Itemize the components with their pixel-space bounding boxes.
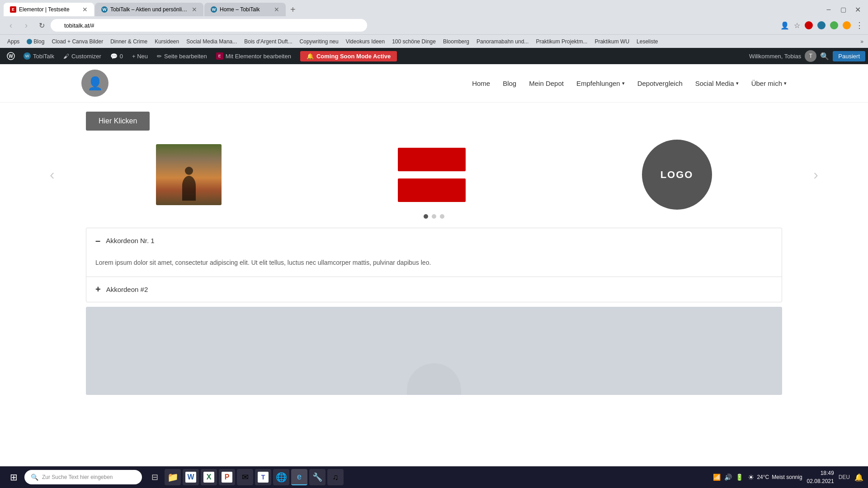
tab-home-tobitalk[interactable]: W Home – TobiTalk ✕ bbox=[204, 3, 286, 16]
extension-icon-4[interactable] bbox=[843, 21, 851, 29]
maximize-button[interactable]: ▢ bbox=[836, 3, 850, 16]
gray-section bbox=[86, 307, 782, 395]
bookmarks-more[interactable]: » bbox=[860, 38, 863, 45]
extension-icon-3[interactable] bbox=[830, 21, 838, 29]
reload-button[interactable]: ↻ bbox=[35, 19, 48, 32]
forward-button[interactable]: › bbox=[20, 19, 33, 32]
slider-next-button[interactable]: › bbox=[809, 162, 823, 188]
wp-avatar[interactable]: T bbox=[805, 50, 816, 62]
bookmark-social[interactable]: Social Media Mana... bbox=[184, 38, 240, 46]
menu-button[interactable]: ⋮ bbox=[855, 20, 863, 30]
bookmark-panorama[interactable]: Panoramabahn und... bbox=[474, 38, 531, 46]
nav-mein-depot[interactable]: Mein Depot bbox=[529, 80, 564, 87]
bookmark-blog[interactable]: Blog bbox=[24, 38, 47, 46]
accordion-header-2[interactable]: + Akkordeon #2 bbox=[86, 277, 782, 302]
powerpoint-icon: P bbox=[222, 472, 232, 483]
wp-pause-button[interactable]: Pausiert bbox=[833, 51, 865, 61]
nav-blog[interactable]: Blog bbox=[503, 80, 516, 87]
weather-temp: 24°C bbox=[757, 474, 769, 480]
taskbar-app-edge[interactable]: e bbox=[291, 469, 307, 485]
bookmark-bois[interactable]: Bois d'Argent Duft... bbox=[241, 38, 295, 46]
taskbar-search-icon: 🔍 bbox=[31, 474, 38, 481]
address-bar[interactable]: tobitalk.at/# bbox=[51, 19, 367, 32]
accordion-title-1: Akkordeon Nr. 1 bbox=[106, 237, 155, 244]
taskbar-app-chrome[interactable]: 🌐 bbox=[273, 469, 289, 485]
mail-icon: ✉ bbox=[242, 472, 249, 482]
tab-tobitalk-main[interactable]: W TobiTalk – Aktien und persönlich... ✕ bbox=[95, 3, 203, 16]
bookmark-copywriting[interactable]: Copywriting neu bbox=[297, 38, 341, 46]
taskbar-app-teams[interactable]: T bbox=[255, 469, 271, 485]
network-icon[interactable]: 📶 bbox=[713, 474, 721, 481]
wp-site-name[interactable]: W TobiTalk bbox=[19, 48, 59, 64]
taskbar-clock[interactable]: 18:49 02.08.2021 bbox=[807, 469, 834, 485]
hier-klicken-button[interactable]: Hier Klicken bbox=[86, 112, 150, 131]
extension-icon-2[interactable] bbox=[817, 21, 826, 29]
bookmark-praktikum2[interactable]: Praktikum WU bbox=[592, 38, 632, 46]
battery-icon[interactable]: 🔋 bbox=[736, 474, 743, 481]
volume-icon[interactable]: 🔊 bbox=[724, 474, 732, 481]
taskbar-app-mail[interactable]: ✉ bbox=[237, 469, 253, 485]
bookmark-kursideen[interactable]: Kursideen bbox=[152, 38, 182, 46]
accordion-header-1[interactable]: – Akkordeon Nr. 1 bbox=[86, 228, 782, 253]
nav-depotvergleich[interactable]: Depotvergleich bbox=[637, 80, 683, 87]
bookmark-bloomberg[interactable]: Bloomberg bbox=[440, 38, 472, 46]
slider-prev-button[interactable]: ‹ bbox=[45, 162, 59, 188]
taskbar-weather[interactable]: ☀ 24°C Meist sonnig bbox=[748, 473, 802, 482]
bookmark-praktikum1[interactable]: Praktikum Projektm... bbox=[533, 38, 590, 46]
taskbar-app-spotify[interactable]: ♫ bbox=[327, 469, 344, 485]
taskbar-search-bar[interactable]: 🔍 Zur Suche Text hier eingeben bbox=[24, 470, 142, 484]
tab-close-3[interactable]: ✕ bbox=[274, 6, 279, 13]
wp-elementor-label: Mit Elementor bearbeiten bbox=[226, 53, 291, 60]
close-button[interactable]: ✕ bbox=[851, 3, 864, 16]
slider-dot-1[interactable] bbox=[424, 214, 428, 219]
wp-search-icon[interactable]: 🔍 bbox=[820, 52, 829, 61]
slider-dots bbox=[45, 214, 823, 219]
nav-empfehlungen[interactable]: Empfehlungen ▾ bbox=[576, 80, 625, 87]
minimize-button[interactable]: – bbox=[822, 3, 835, 16]
back-button[interactable]: ‹ bbox=[5, 19, 17, 32]
nav-social-arrow: ▾ bbox=[736, 80, 739, 86]
accordion-minus-icon: – bbox=[95, 235, 100, 246]
taskbar-language[interactable]: DEU bbox=[839, 474, 850, 480]
clock-date: 02.08.2021 bbox=[807, 477, 834, 485]
wp-elementor[interactable]: E Mit Elementor bearbeiten bbox=[212, 48, 296, 64]
accordion-item-2: + Akkordeon #2 bbox=[86, 277, 782, 302]
nav-social-media[interactable]: Social Media ▾ bbox=[695, 80, 739, 87]
tab-elementor[interactable]: E Elementor | Testseite ✕ bbox=[4, 3, 94, 16]
bookmark-leseliste[interactable]: Leseliste bbox=[634, 38, 660, 46]
wp-comments[interactable]: 💬 0 bbox=[106, 48, 127, 64]
site-logo[interactable]: 👤 bbox=[81, 70, 108, 97]
bookmark-dinner[interactable]: Dinner & Crime bbox=[108, 38, 150, 46]
accordion-title-2: Akkordeon #2 bbox=[106, 286, 148, 293]
start-button[interactable]: ⊞ bbox=[5, 468, 23, 486]
nav-uber-mich[interactable]: Über mich ▾ bbox=[751, 80, 787, 87]
wp-seite-bearbeiten[interactable]: ✏ Seite bearbeiten bbox=[152, 48, 212, 64]
logo-circle: LOGO bbox=[642, 140, 712, 210]
tab-close-2[interactable]: ✕ bbox=[192, 6, 197, 13]
nav-home[interactable]: Home bbox=[472, 80, 490, 87]
logo-circle-text: LOGO bbox=[660, 169, 693, 181]
wp-customizer[interactable]: 🖌 Customizer bbox=[59, 48, 106, 64]
taskbar-app-taskview[interactable]: ⊟ bbox=[146, 469, 163, 485]
wp-logo-item[interactable]: W bbox=[3, 48, 19, 64]
taskbar-app-excel[interactable]: X bbox=[201, 469, 217, 485]
profile-icon[interactable]: 👤 bbox=[780, 21, 789, 30]
tab-close-1[interactable]: ✕ bbox=[82, 6, 88, 13]
coming-soon-badge[interactable]: 🔔 Coming Soon Mode Active bbox=[300, 51, 397, 61]
taskbar-app-tools[interactable]: 🔧 bbox=[309, 469, 326, 485]
slider-dot-2[interactable] bbox=[432, 214, 436, 219]
taskbar-app-word[interactable]: W bbox=[183, 469, 199, 485]
bookmark-apps[interactable]: Apps bbox=[5, 38, 22, 46]
star-icon[interactable]: ☆ bbox=[794, 21, 800, 30]
bookmark-canva[interactable]: Cload + Canva Bilder bbox=[49, 38, 106, 46]
bookmark-schone[interactable]: 100 schöne Dinge bbox=[389, 38, 439, 46]
bookmark-videokurs[interactable]: Videokurs Ideen bbox=[343, 38, 388, 46]
extension-icon-1[interactable] bbox=[805, 21, 813, 29]
coming-soon-text: Coming Soon Mode Active bbox=[316, 53, 391, 60]
notification-center-button[interactable]: 🔔 bbox=[854, 473, 863, 482]
new-tab-button[interactable]: + bbox=[287, 3, 299, 16]
taskbar-app-powerpoint[interactable]: P bbox=[219, 469, 235, 485]
wp-neu[interactable]: + Neu bbox=[127, 48, 152, 64]
taskbar-app-explorer[interactable]: 📁 bbox=[165, 469, 181, 485]
slider-dot-3[interactable] bbox=[440, 214, 444, 219]
